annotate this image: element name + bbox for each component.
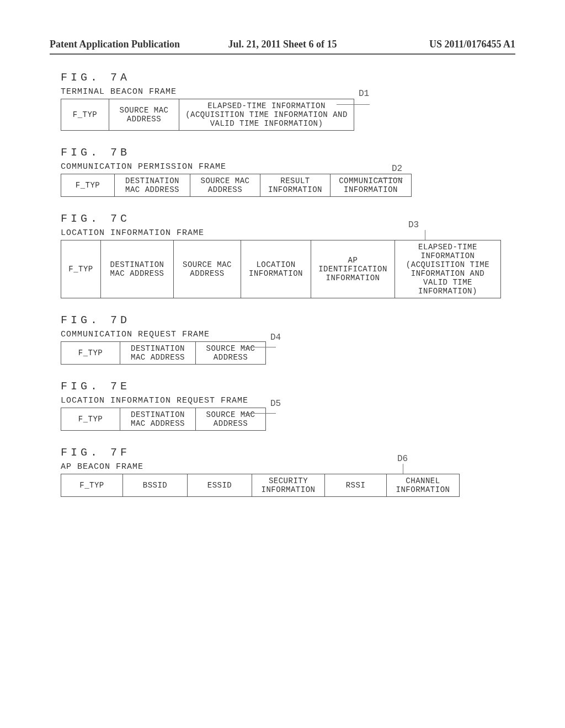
frame-7f: F_TYP BSSID ESSID SECURITY INFORMATION R… <box>61 474 515 497</box>
figure-7b: FIG. 7B COMMUNICATION PERMISSION FRAME F… <box>50 146 515 197</box>
figure-caption: LOCATION INFORMATION REQUEST FRAME <box>61 396 515 405</box>
cell-src-mac: SOURCE MAC ADDRESS <box>196 408 266 431</box>
frame-table: F_TYP DESTINATION MAC ADDRESS SOURCE MAC… <box>61 408 266 431</box>
cell-src-mac: SOURCE MAC ADDRESS <box>109 99 179 131</box>
cell-src-mac: SOURCE MAC ADDRESS <box>196 342 266 365</box>
cell-security: SECURITY INFORMATION <box>252 474 325 497</box>
cell-f-typ: F_TYP <box>61 99 109 131</box>
figure-caption: COMMUNICATION REQUEST FRAME <box>61 330 515 339</box>
header-right: US 2011/0176455 A1 <box>429 39 515 50</box>
cell-dest-mac: DESTINATION MAC ADDRESS <box>120 408 196 431</box>
figure-id: FIG. 7E <box>61 380 515 393</box>
cell-dest-mac: DESTINATION MAC ADDRESS <box>101 240 174 298</box>
page: Patent Application Publication Jul. 21, … <box>0 0 565 728</box>
leader-line <box>243 347 276 347</box>
cell-location: LOCATION INFORMATION <box>241 240 311 298</box>
frame-table: F_TYP DESTINATION MAC ADDRESS SOURCE MAC… <box>61 341 266 365</box>
cell-f-typ: F_TYP <box>61 240 101 298</box>
cell-channel: CHANNEL INFORMATION <box>387 474 460 497</box>
frame-7c: F_TYP DESTINATION MAC ADDRESS SOURCE MAC… <box>61 240 515 298</box>
frame-table: F_TYP DESTINATION MAC ADDRESS SOURCE MAC… <box>61 240 501 298</box>
frame-label: D2 <box>392 164 402 174</box>
frame-table: F_TYP SOURCE MAC ADDRESS ELAPSED-TIME IN… <box>61 99 354 131</box>
figure-7e: FIG. 7E LOCATION INFORMATION REQUEST FRA… <box>50 380 515 431</box>
cell-f-typ: F_TYP <box>61 408 120 431</box>
frame-table: F_TYP BSSID ESSID SECURITY INFORMATION R… <box>61 474 460 497</box>
frame-7b: F_TYP DESTINATION MAC ADDRESS SOURCE MAC… <box>61 174 515 197</box>
cell-result: RESULT INFORMATION <box>260 174 331 197</box>
frame-table: F_TYP DESTINATION MAC ADDRESS SOURCE MAC… <box>61 174 412 197</box>
figure-caption: AP BEACON FRAME <box>61 462 515 472</box>
cell-elapsed: ELAPSED-TIME INFORMATION (ACQUISITION TI… <box>179 99 354 131</box>
frame-7a: F_TYP SOURCE MAC ADDRESS ELAPSED-TIME IN… <box>61 99 515 131</box>
leader-line-v <box>403 464 403 474</box>
figure-id: FIG. 7D <box>61 314 515 326</box>
cell-rssi: RSSI <box>325 474 387 497</box>
cell-ap-id: AP IDENTIFICATION INFORMATION <box>311 240 395 298</box>
figure-caption: COMMUNICATION PERMISSION FRAME <box>61 162 515 172</box>
cell-src-mac: SOURCE MAC ADDRESS <box>190 174 260 197</box>
frame-label: D1 <box>359 89 369 99</box>
leader-line-v <box>425 230 425 240</box>
cell-src-mac: SOURCE MAC ADDRESS <box>174 240 241 298</box>
figure-id: FIG. 7B <box>61 146 515 159</box>
figure-id: FIG. 7F <box>61 446 515 459</box>
page-header: Patent Application Publication Jul. 21, … <box>50 39 515 55</box>
frame-label: D6 <box>397 454 408 464</box>
cell-dest-mac: DESTINATION MAC ADDRESS <box>115 174 190 197</box>
figure-7f: FIG. 7F AP BEACON FRAME F_TYP BSSID ESSI… <box>50 446 515 497</box>
figure-id: FIG. 7C <box>61 212 515 225</box>
cell-f-typ: F_TYP <box>61 342 120 365</box>
cell-dest-mac: DESTINATION MAC ADDRESS <box>120 342 196 365</box>
figure-id: FIG. 7A <box>61 71 515 84</box>
cell-essid: ESSID <box>188 474 252 497</box>
cell-f-typ: F_TYP <box>61 174 115 197</box>
cell-bssid: BSSID <box>123 474 188 497</box>
header-left: Patent Application Publication <box>50 39 180 50</box>
frame-label: D5 <box>270 399 281 409</box>
figure-7c: FIG. 7C LOCATION INFORMATION FRAME F_TYP… <box>50 212 515 298</box>
cell-f-typ: F_TYP <box>61 474 123 497</box>
leader-line <box>243 413 276 414</box>
leader-line <box>375 178 403 179</box>
frame-7e: F_TYP DESTINATION MAC ADDRESS SOURCE MAC… <box>61 408 515 431</box>
frame-label: D4 <box>270 333 281 342</box>
figure-7a: FIG. 7A TERMINAL BEACON FRAME F_TYP SOUR… <box>50 71 515 131</box>
figure-caption: TERMINAL BEACON FRAME <box>61 87 515 97</box>
frame-label: D3 <box>408 220 419 230</box>
leader-line <box>337 104 370 105</box>
figure-caption: LOCATION INFORMATION FRAME <box>61 228 515 238</box>
figure-7d: FIG. 7D COMMUNICATION REQUEST FRAME F_TY… <box>50 314 515 365</box>
cell-elapsed: ELAPSED-TIME INFORMATION (ACQUISITION TI… <box>395 240 501 298</box>
cell-comm: COMMUNICATION INFORMATION <box>331 174 412 197</box>
frame-7d: F_TYP DESTINATION MAC ADDRESS SOURCE MAC… <box>61 341 515 365</box>
